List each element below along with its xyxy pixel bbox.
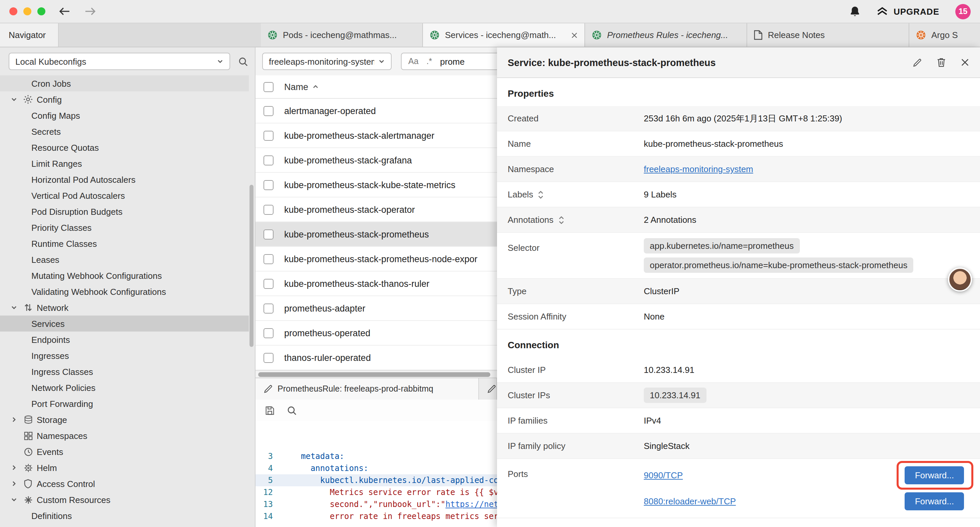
tab-argo-s[interactable]: Argo S xyxy=(909,23,980,47)
edit-pencil-icon[interactable] xyxy=(913,58,922,67)
row-checkbox[interactable] xyxy=(264,328,274,338)
row-checkbox[interactable] xyxy=(264,279,274,288)
namespace-link[interactable]: freeleaps-monitoring-system xyxy=(644,164,753,174)
select-all-checkbox[interactable] xyxy=(264,82,274,92)
chevron-right-icon[interactable] xyxy=(8,416,19,423)
forward-button[interactable]: Forward... xyxy=(905,466,964,484)
sidebar-item-services[interactable]: Services xyxy=(0,315,249,331)
row-checkbox[interactable] xyxy=(264,180,274,190)
row-checkbox[interactable] xyxy=(264,131,274,140)
sidebar-item-ingresses[interactable]: Ingresses xyxy=(0,347,249,363)
name-column-header[interactable]: Name xyxy=(284,82,319,92)
regex-toggle[interactable]: .* xyxy=(426,57,432,66)
sidebar-item-port-forwarding[interactable]: Port Forwarding xyxy=(0,396,249,412)
sidebar-item-horizontal-pod-autoscalers[interactable]: Horizontal Pod Autoscalers xyxy=(0,172,249,188)
sidebar-scrollbar[interactable] xyxy=(250,185,253,347)
row-checkbox[interactable] xyxy=(264,155,274,165)
sidebar-item-network-policies[interactable]: Network Policies xyxy=(0,380,249,396)
save-icon[interactable] xyxy=(265,405,275,415)
navigator-panel-tab[interactable]: Navigator xyxy=(0,23,59,47)
sidebar-item-network[interactable]: Network xyxy=(0,299,249,315)
close-icon[interactable] xyxy=(961,58,969,67)
expand-toggle-icon[interactable] xyxy=(558,215,564,224)
sidebar-item-access-control[interactable]: Access Control xyxy=(0,476,249,492)
notifications-bell-icon[interactable] xyxy=(850,5,861,18)
sidebar-item-vertical-pod-autoscalers[interactable]: Vertical Pod Autoscalers xyxy=(0,188,249,204)
table-row-kube-prometheus-stack-kube-state-metrics[interactable]: kube-prometheus-stack-kube-state-metrics xyxy=(256,173,497,197)
sidebar-item-events[interactable]: Events xyxy=(0,444,249,460)
port-link-8080-reloader-web-tcp[interactable]: 8080:reloader-web/TCP xyxy=(644,496,736,506)
row-checkbox[interactable] xyxy=(264,204,274,215)
delete-trash-icon[interactable] xyxy=(937,57,946,67)
search-icon[interactable] xyxy=(238,56,248,66)
chevron-down-icon[interactable] xyxy=(8,304,19,311)
sidebar-item-ingress-classes[interactable]: Ingress Classes xyxy=(0,363,249,380)
sidebar-item-namespaces[interactable]: Namespaces xyxy=(0,428,249,444)
table-row-kube-prometheus-stack-prometheus[interactable]: kube-prometheus-stack-prometheus xyxy=(256,222,497,247)
table-row-thanos-ruler-operated[interactable]: thanos-ruler-operated xyxy=(256,345,497,370)
sidebar-item-priority-classes[interactable]: Priority Classes xyxy=(0,220,249,236)
chevron-down-icon[interactable] xyxy=(8,496,19,503)
row-checkbox[interactable] xyxy=(264,353,274,363)
maximize-window-button[interactable] xyxy=(37,7,45,15)
port-link-9090-tcp[interactable]: 9090/TCP xyxy=(644,470,683,480)
tab-pods-icecheng-mathmas[interactable]: Pods - icecheng@mathmas... xyxy=(261,23,423,47)
sidebar-item-definitions[interactable]: Definitions xyxy=(0,508,249,524)
expand-toggle-icon[interactable] xyxy=(538,190,544,199)
match-case-toggle[interactable]: Aa xyxy=(408,57,418,66)
sidebar-item-custom-resources[interactable]: Custom Resources xyxy=(0,492,249,508)
table-row-kube-prometheus-stack-prometheus-node-expor[interactable]: kube-prometheus-stack-prometheus-node-ex… xyxy=(256,247,497,272)
close-window-button[interactable] xyxy=(10,7,18,15)
sidebar-item-config-maps[interactable]: Config Maps xyxy=(0,107,249,123)
close-tab-icon[interactable] xyxy=(571,32,578,38)
forward-arrow-icon[interactable] xyxy=(84,7,96,16)
tab-services-icecheng-math[interactable]: Services - icecheng@math... xyxy=(423,23,585,47)
row-checkbox[interactable] xyxy=(264,106,274,116)
sidebar-item-pod-disruption-budgets[interactable]: Pod Disruption Budgets xyxy=(0,204,249,220)
cluster-logo-icon xyxy=(267,30,277,40)
yaml-editor[interactable]: 3metadata:4 annotations:5 kubectl.kubern… xyxy=(256,421,497,527)
sidebar-item-mutating-webhook-configurations[interactable]: Mutating Webhook Configurations xyxy=(0,267,249,283)
sidebar-item-resource-quotas[interactable]: Resource Quotas xyxy=(0,139,249,155)
scrollbar-thumb[interactable] xyxy=(258,372,490,377)
table-row-kube-prometheus-stack-operator[interactable]: kube-prometheus-stack-operator xyxy=(256,197,497,222)
tab-prometheus-rules-icecheng[interactable]: Prometheus Rules - icecheng... xyxy=(585,23,747,47)
minimize-window-button[interactable] xyxy=(23,7,31,15)
sidebar-item-cron-jobs[interactable]: Cron Jobs xyxy=(0,75,249,91)
sidebar-item-validating-webhook-configurations[interactable]: Validating Webhook Configurations xyxy=(0,283,249,299)
sidebar-item-storage[interactable]: Storage xyxy=(0,412,249,428)
notification-count-badge[interactable]: 15 xyxy=(955,4,970,19)
forward-button[interactable]: Forward... xyxy=(905,492,964,510)
row-checkbox[interactable] xyxy=(264,303,274,313)
chevron-right-icon[interactable] xyxy=(8,480,19,487)
sidebar-item-leases[interactable]: Leases xyxy=(0,252,249,267)
namespace-filter-select[interactable]: freeleaps-monitoring-system xyxy=(262,53,391,70)
search-input[interactable]: Aa .* prome xyxy=(401,53,497,70)
kubeconfig-selector[interactable]: Local Kubeconfigs xyxy=(9,53,230,70)
profile-avatar[interactable] xyxy=(948,267,972,291)
chevron-right-icon[interactable] xyxy=(8,464,19,471)
upgrade-button[interactable]: UPGRADE xyxy=(877,6,939,16)
tab-release-notes[interactable]: Release Notes xyxy=(747,23,909,47)
sidebar-item-runtime-classes[interactable]: Runtime Classes xyxy=(0,236,249,252)
search-icon[interactable] xyxy=(287,405,297,415)
table-row-alertmanager-operated[interactable]: alertmanager-operated xyxy=(256,99,497,123)
dock-tab-partial[interactable] xyxy=(479,378,497,400)
table-row-kube-prometheus-stack-grafana[interactable]: kube-prometheus-stack-grafana xyxy=(256,148,497,173)
sidebar-item-secrets[interactable]: Secrets xyxy=(0,123,249,139)
row-checkbox[interactable] xyxy=(264,229,274,239)
table-row-prometheus-operated[interactable]: prometheus-operated xyxy=(256,321,497,345)
dock-tab-prometheusrule[interactable]: PrometheusRule: freeleaps-prod-rabbitmq xyxy=(256,378,479,400)
table-row-kube-prometheus-stack-thanos-ruler[interactable]: kube-prometheus-stack-thanos-ruler xyxy=(256,272,497,296)
table-row-kube-prometheus-stack-alertmanager[interactable]: kube-prometheus-stack-alertmanager xyxy=(256,123,497,148)
horizontal-scrollbar[interactable] xyxy=(256,370,497,377)
port-row: 9090/TCPForward... xyxy=(644,462,969,488)
chevron-down-icon[interactable] xyxy=(8,96,19,103)
row-checkbox[interactable] xyxy=(264,254,274,264)
table-row-prometheus-adapter[interactable]: prometheus-adapter xyxy=(256,296,497,321)
sidebar-item-limit-ranges[interactable]: Limit Ranges xyxy=(0,155,249,172)
sidebar-item-helm[interactable]: Helm xyxy=(0,460,249,476)
sidebar-item-endpoints[interactable]: Endpoints xyxy=(0,331,249,347)
sidebar-item-config[interactable]: Config xyxy=(0,91,249,107)
back-arrow-icon[interactable] xyxy=(59,7,71,16)
